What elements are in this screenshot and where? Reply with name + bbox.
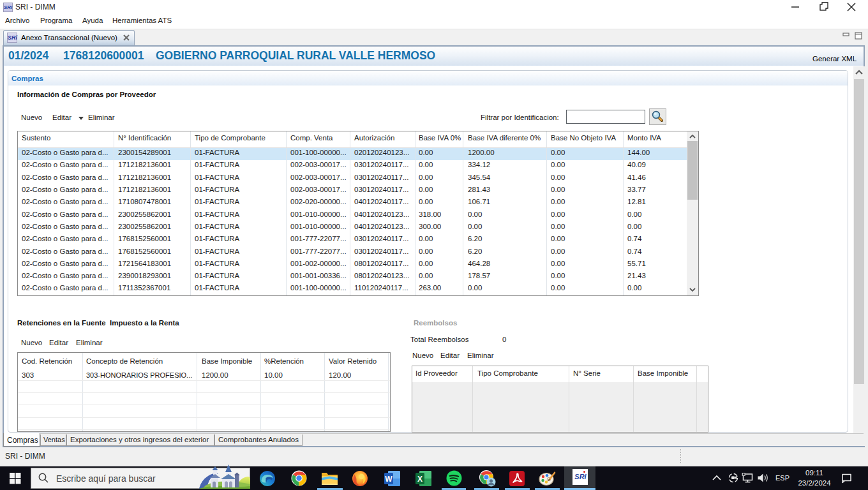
svg-text:W: W [385, 475, 393, 484]
svg-text:X: X [417, 475, 423, 484]
